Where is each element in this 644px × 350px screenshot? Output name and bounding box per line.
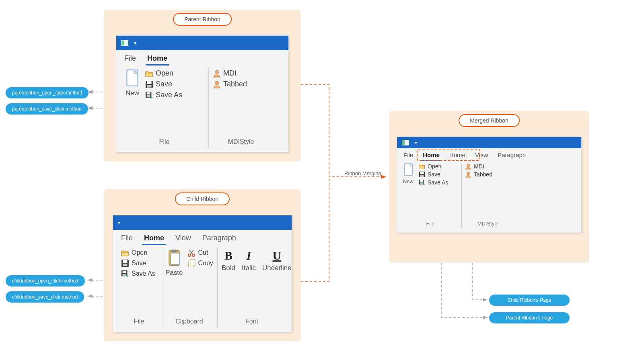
tag-parent-save: parentribbon_save_click method <box>6 103 88 115</box>
ribbon-titlebar: ▾ <box>397 137 581 148</box>
tag-parent-open: parentribbon_open_click method <box>6 87 88 98</box>
app-icon <box>402 140 409 145</box>
tab-file[interactable]: File <box>122 53 138 65</box>
child-ribbon: ▾ File Home View Paragraph Open Save Sav… <box>113 215 292 332</box>
document-icon <box>403 163 414 177</box>
cut-button[interactable]: Cut <box>187 249 213 257</box>
qat-dropdown-icon[interactable]: ▾ <box>415 140 417 145</box>
folder-icon <box>121 249 129 257</box>
tab-view[interactable]: View <box>173 233 193 245</box>
ribbon-titlebar: ▾ <box>116 36 288 50</box>
group-label: File <box>124 137 204 146</box>
tabbed-button[interactable]: Tabbed <box>465 171 492 178</box>
open-button[interactable]: Open <box>145 69 182 78</box>
bold-button[interactable]: BBold <box>222 249 235 272</box>
bold-glyph-icon: B <box>224 249 232 262</box>
tab-file[interactable]: File <box>119 233 135 245</box>
italic-glyph-icon: I <box>247 249 251 262</box>
group-file: New Open Save Save As File <box>399 162 462 228</box>
underline-glyph-icon: U <box>273 249 282 262</box>
qat-dropdown-icon[interactable]: ▾ <box>134 40 136 46</box>
parent-ribbon: ▾ File Home New Open Save Save As <box>116 35 289 153</box>
parent-caption: Parent Ribbon <box>173 13 232 26</box>
tag-parent-page: Parent Ribbon's Page <box>489 312 570 323</box>
save-button[interactable]: Save <box>419 171 448 178</box>
tab-paragraph[interactable]: Paragraph <box>495 151 528 161</box>
user-icon <box>465 163 471 170</box>
mdi-button[interactable]: MDI <box>465 163 492 170</box>
group-label: Font <box>222 316 282 326</box>
tab-home[interactable]: Home <box>145 53 170 65</box>
save-icon <box>121 259 129 267</box>
mdi-button[interactable]: MDI <box>213 69 247 78</box>
open-button[interactable]: Open <box>121 249 157 257</box>
save-as-button[interactable]: Save As <box>145 91 182 99</box>
user-icon <box>465 171 471 178</box>
user-icon <box>213 80 221 88</box>
group-font: BBold IItalic UUnderline Font <box>218 247 286 327</box>
group-file: New Open Save Save As File <box>120 68 209 148</box>
save-button[interactable]: Save <box>145 80 182 88</box>
save-icon <box>145 80 153 88</box>
app-icon <box>121 40 128 46</box>
merged-tabs-highlight <box>417 149 480 161</box>
group-mdistyle: MDI Tabbed MDIStyle <box>462 162 514 228</box>
flow-label: Ribbon Merging <box>344 170 381 176</box>
paste-button[interactable]: Paste <box>165 249 183 277</box>
parent-panel: Parent Ribbon ▾ File Home New Open Save <box>104 10 301 162</box>
scissors-icon <box>187 249 195 257</box>
group-label: MDIStyle <box>213 137 269 146</box>
ribbon-titlebar: ▾ <box>113 215 292 230</box>
child-caption: Child Ribbon <box>175 192 230 205</box>
save-button[interactable]: Save <box>121 259 157 267</box>
group-label: Clipboard <box>165 316 213 326</box>
italic-button[interactable]: IItalic <box>242 249 256 272</box>
group-label: File <box>121 316 157 326</box>
new-button[interactable]: New <box>124 69 140 97</box>
document-icon <box>124 69 140 88</box>
group-file: Open Save Save As File <box>117 247 161 327</box>
group-label: MDIStyle <box>465 219 511 227</box>
save-icon <box>419 171 425 178</box>
qat-dropdown-icon[interactable]: ▾ <box>118 220 120 225</box>
group-clipboard: Paste Cut Copy Clipboard <box>161 247 218 327</box>
child-tabs: File Home View Paragraph <box>113 230 292 245</box>
save-as-button[interactable]: Save As <box>419 179 448 186</box>
merged-caption: Merged Ribbon <box>459 114 520 127</box>
tag-child-open: childribbon_open_click method <box>6 275 85 287</box>
parent-tabs: File Home <box>116 50 288 65</box>
tag-child-save: childribbon_save_click method <box>6 291 84 303</box>
tab-home[interactable]: Home <box>142 233 167 245</box>
tab-file[interactable]: File <box>401 151 416 161</box>
tag-child-page: Child Ribbon's Page <box>489 295 570 306</box>
folder-icon <box>419 163 425 170</box>
save-as-button[interactable]: Save As <box>121 270 157 278</box>
underline-button[interactable]: UUnderline <box>262 249 292 272</box>
save-as-icon <box>145 91 153 99</box>
new-button[interactable]: New <box>403 163 414 184</box>
group-mdistyle: MDI Tabbed MDIStyle <box>209 68 273 148</box>
tabbed-button[interactable]: Tabbed <box>213 80 247 88</box>
open-button[interactable]: Open <box>419 163 448 170</box>
child-panel: Child Ribbon ▾ File Home View Paragraph … <box>104 189 301 341</box>
user-icon <box>213 70 221 78</box>
folder-icon <box>145 70 153 78</box>
group-label: File <box>403 219 458 227</box>
tab-paragraph[interactable]: Paragraph <box>200 233 239 245</box>
save-as-icon <box>121 270 129 278</box>
clipboard-icon <box>166 249 182 267</box>
save-as-icon <box>419 179 425 186</box>
copy-button[interactable]: Copy <box>187 259 213 267</box>
merged-panel: Merged Ribbon ▾ File Home Home View Para… <box>389 111 589 263</box>
copy-icon <box>187 259 195 267</box>
